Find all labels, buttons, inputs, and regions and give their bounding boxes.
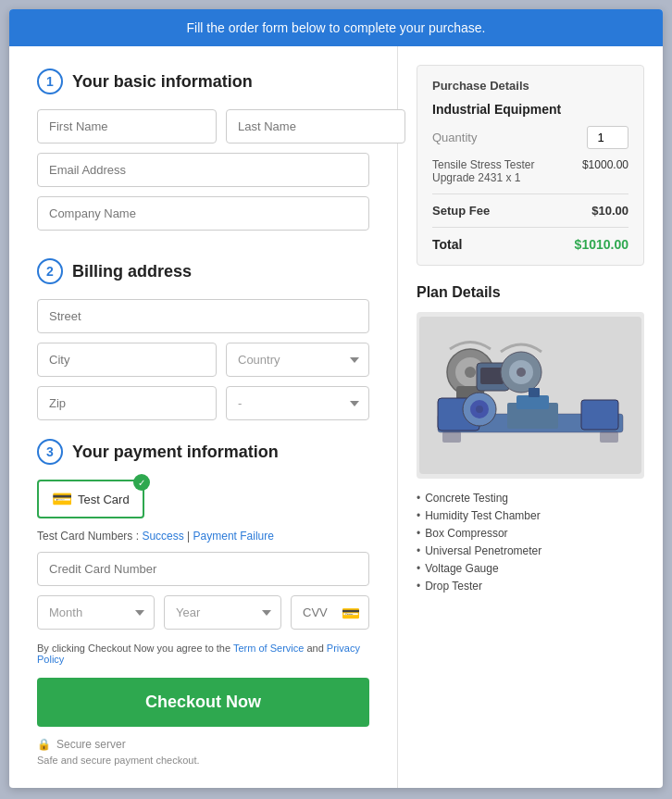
equipment-image [417, 312, 644, 479]
test-card-option[interactable]: 💳 Test Card ✓ [37, 480, 144, 518]
payment-failure-link[interactable]: Payment Failure [193, 530, 274, 543]
svg-rect-18 [516, 395, 549, 409]
section2-header: 2 Billing address [37, 258, 369, 284]
street-input[interactable] [37, 299, 369, 333]
divider1 [432, 194, 628, 194]
equipment-svg [419, 317, 641, 474]
setup-fee-row: Setup Fee $10.00 [432, 204, 628, 218]
line-item-tester: Tensile Stress Tester Upgrade 2431 x 1 $… [432, 158, 628, 184]
city-country-row: Country [37, 343, 369, 377]
success-link[interactable]: Success [142, 530, 183, 543]
test-card-numbers: Test Card Numbers : Success | Payment Fa… [37, 530, 369, 543]
right-panel: Purchase Details Industrial Equipment Qu… [398, 46, 663, 616]
quantity-label: Quantity [432, 131, 477, 144]
lock-icon: 🔒 [37, 738, 51, 751]
terms-middle: and [304, 643, 326, 654]
company-name-input[interactable] [37, 196, 369, 231]
secure-row: 🔒 Secure server [37, 738, 369, 751]
divider2 [432, 227, 628, 228]
terms-of-service-link[interactable]: Term of Service [233, 643, 304, 654]
total-amount: $1010.00 [575, 237, 628, 252]
first-name-input[interactable] [37, 109, 217, 144]
city-input[interactable] [37, 343, 217, 377]
section1-title: Your basic information [72, 72, 253, 92]
line-item-price: $1000.00 [582, 158, 628, 184]
country-select[interactable]: Country [226, 343, 369, 377]
svg-point-15 [476, 406, 483, 413]
quantity-row: Quantity [432, 126, 628, 149]
plan-details-title: Plan Details [417, 284, 644, 301]
line-item-label: Tensile Stress Tester Upgrade 2431 x 1 [432, 158, 582, 184]
card-check-icon: ✓ [133, 474, 150, 491]
product-name: Industrial Equipment [432, 102, 628, 117]
svg-rect-21 [600, 431, 618, 443]
secure-sub-text: Safe and secure payment checkout. [37, 755, 369, 766]
svg-point-10 [516, 368, 526, 377]
last-name-input[interactable] [226, 109, 405, 144]
email-input[interactable] [37, 153, 369, 187]
secure-label: Secure server [56, 738, 126, 751]
quantity-input[interactable] [587, 126, 628, 149]
svg-rect-16 [581, 400, 618, 430]
plan-list-item-2: Box Compressor [417, 527, 644, 540]
terms-before: By clicking Checkout Now you agree to th… [37, 643, 233, 654]
svg-point-3 [465, 367, 476, 378]
main-content: 1 Your basic information 2 Billing addre… [9, 46, 663, 788]
line-item-label2: Upgrade 2431 x 1 [432, 171, 582, 184]
test-card-prefix: Test Card Numbers : [37, 530, 142, 543]
section3-number: 3 [37, 439, 63, 465]
total-label: Total [432, 237, 462, 252]
credit-card-icon: 💳 [52, 489, 72, 509]
left-panel: 1 Your basic information 2 Billing addre… [9, 46, 398, 788]
plan-list-item-1: Humidity Test Chamber [417, 509, 644, 522]
svg-rect-20 [442, 431, 461, 443]
plan-list-item-3: Universal Penetrometer [417, 544, 644, 557]
year-select[interactable]: Year [164, 595, 281, 630]
section3-header: 3 Your payment information [37, 439, 369, 465]
name-row [37, 109, 369, 144]
zip-input[interactable] [37, 386, 217, 420]
test-card-label: Test Card [78, 493, 130, 506]
month-year-cvv-row: Month Year 💳 [37, 595, 369, 630]
svg-rect-7 [480, 368, 504, 384]
line-item-label1: Tensile Stress Tester [432, 158, 582, 171]
section1-header: 1 Your basic information [37, 69, 369, 94]
state-select[interactable]: - [226, 386, 369, 420]
plan-list-item-5: Drop Tester [417, 580, 644, 593]
cvv-wrapper: 💳 [291, 595, 369, 630]
plan-list-item-4: Voltage Gauge [417, 562, 644, 575]
terms-text: By clicking Checkout Now you agree to th… [37, 643, 369, 665]
section2-number: 2 [37, 258, 63, 284]
plan-list: Concrete Testing Humidity Test Chamber B… [417, 492, 644, 593]
month-select[interactable]: Month [37, 595, 155, 630]
checkout-now-button[interactable]: Checkout Now [37, 678, 369, 727]
plan-list-item-0: Concrete Testing [417, 492, 644, 505]
total-row: Total $1010.00 [432, 237, 628, 252]
section3-title: Your payment information [72, 443, 279, 462]
setup-fee-price: $10.00 [591, 204, 628, 218]
purchase-details-box: Purchase Details Industrial Equipment Qu… [417, 65, 644, 266]
section2-title: Billing address [72, 262, 192, 281]
cvv-card-icon: 💳 [342, 604, 360, 621]
zip-state-row: - [37, 386, 369, 420]
svg-rect-19 [529, 388, 540, 397]
setup-fee-label: Setup Fee [432, 204, 490, 218]
cc-number-input[interactable] [37, 552, 369, 586]
page-wrapper: Fill the order form below to complete yo… [9, 9, 663, 788]
purchase-details-title: Purchase Details [432, 79, 628, 93]
top-banner: Fill the order form below to complete yo… [9, 9, 663, 46]
banner-text: Fill the order form below to complete yo… [187, 20, 486, 35]
section1-number: 1 [37, 69, 63, 94]
